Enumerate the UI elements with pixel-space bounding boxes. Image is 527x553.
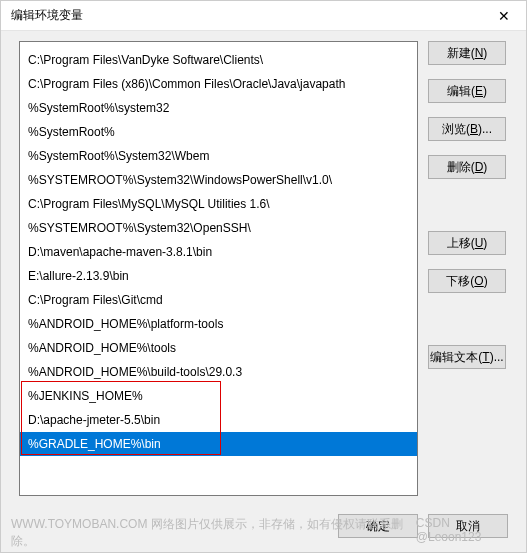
move-down-button[interactable]: 下移(O) <box>428 269 506 293</box>
side-buttons: 新建(N) 编辑(E) 浏览(B)... 删除(D) 上移(U) 下移(O) 编… <box>428 41 508 502</box>
dialog: 编辑环境变量 ✕ C:\Program Files\VanDyke Softwa… <box>0 0 527 553</box>
edit-button[interactable]: 编辑(E) <box>428 79 506 103</box>
list-item[interactable]: D:\apache-jmeter-5.5\bin <box>20 408 417 432</box>
browse-button[interactable]: 浏览(B)... <box>428 117 506 141</box>
list-item[interactable]: %ANDROID_HOME%\tools <box>20 336 417 360</box>
list-item[interactable]: %SYSTEMROOT%\System32\OpenSSH\ <box>20 216 417 240</box>
list-item[interactable]: E:\allure-2.13.9\bin <box>20 264 417 288</box>
list-item[interactable]: D:\maven\apache-maven-3.8.1\bin <box>20 240 417 264</box>
list-item[interactable]: C:\Program Files (x86)\Common Files\Orac… <box>20 72 417 96</box>
list-item[interactable]: %JENKINS_HOME% <box>20 384 417 408</box>
list-item[interactable]: %ANDROID_HOME%\build-tools\29.0.3 <box>20 360 417 384</box>
list-item[interactable]: %SYSTEMROOT%\System32\WindowsPowerShell\… <box>20 168 417 192</box>
list-item[interactable]: C:\Program Files\VanDyke Software\Client… <box>20 48 417 72</box>
list-item[interactable]: C:\Program Files\Git\cmd <box>20 288 417 312</box>
list-item[interactable]: %SystemRoot%\System32\Wbem <box>20 144 417 168</box>
content-area: C:\Program Files\VanDyke Software\Client… <box>19 41 508 502</box>
list-item[interactable]: C:\Program Files\MySQL\MySQL Utilities 1… <box>20 192 417 216</box>
watermark: WWW.TOYMOBAN.COM 网络图片仅供展示，非存储，如有侵权请联系删除。… <box>11 516 516 550</box>
list-item[interactable]: %SystemRoot% <box>20 120 417 144</box>
titlebar: 编辑环境变量 ✕ <box>1 1 526 31</box>
path-listbox[interactable]: C:\Program Files\VanDyke Software\Client… <box>19 41 418 496</box>
new-button[interactable]: 新建(N) <box>428 41 506 65</box>
watermark-left: WWW.TOYMOBAN.COM 网络图片仅供展示，非存储，如有侵权请联系删除。 <box>11 516 416 550</box>
edit-text-button[interactable]: 编辑文本(T)... <box>428 345 506 369</box>
dialog-title: 编辑环境变量 <box>11 7 83 24</box>
close-button[interactable]: ✕ <box>481 1 526 31</box>
list-item[interactable]: %GRADLE_HOME%\bin <box>20 432 417 456</box>
move-up-button[interactable]: 上移(U) <box>428 231 506 255</box>
list-item[interactable]: %ANDROID_HOME%\platform-tools <box>20 312 417 336</box>
list-item[interactable]: %SystemRoot%\system32 <box>20 96 417 120</box>
delete-button[interactable]: 删除(D) <box>428 155 506 179</box>
close-icon: ✕ <box>498 8 510 24</box>
watermark-right: CSDN @Leoon123 <box>416 516 516 550</box>
